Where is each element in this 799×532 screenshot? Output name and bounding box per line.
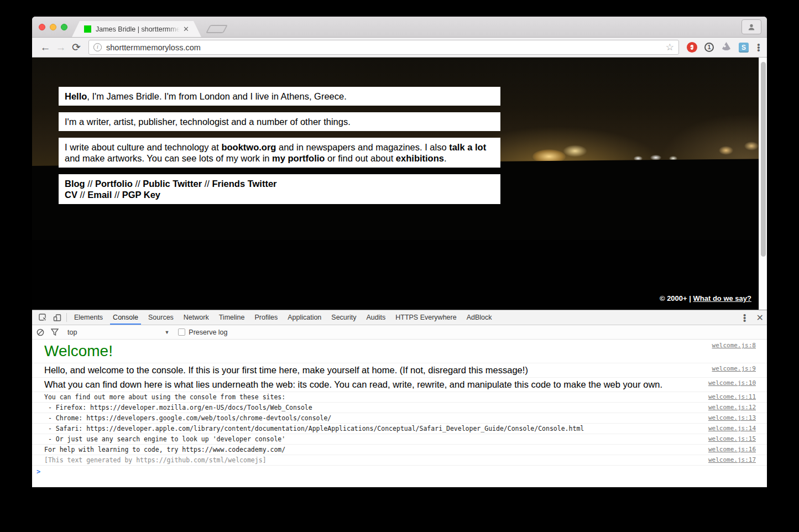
person-icon: [747, 23, 756, 32]
scrollbar-thumb[interactable]: [761, 62, 766, 257]
console-source-link[interactable]: welcome.js:10: [708, 379, 756, 387]
text-link[interactable]: Blog: [65, 179, 85, 189]
console-source-link[interactable]: welcome.js:14: [708, 425, 756, 432]
console-source-link[interactable]: welcome.js:11: [708, 393, 756, 400]
new-tab-button[interactable]: [206, 25, 228, 33]
text-link[interactable]: exhibitions: [396, 153, 444, 163]
copyright-text: © 2000+ |: [660, 294, 693, 302]
console-prompt[interactable]: >: [32, 466, 767, 478]
text-span: or find out about: [325, 153, 395, 163]
profile-button[interactable]: [741, 19, 761, 34]
devtools-tab-elements[interactable]: Elements: [69, 310, 108, 325]
blue-s-extension-icon[interactable]: S: [739, 43, 749, 53]
text-span: //: [77, 190, 87, 200]
text-span: , I'm James Bridle. I'm from London and …: [87, 91, 346, 101]
text-span: I write about culture and technology at: [65, 142, 221, 152]
photo-lamp: [744, 142, 759, 150]
extension-area: 1 S •••: [687, 41, 761, 54]
text-link[interactable]: Email: [87, 190, 112, 200]
close-window-button[interactable]: [39, 24, 45, 30]
console-message-text: - Or just use any search engine to look …: [44, 435, 285, 443]
devtools-tab-adblock[interactable]: AdBlock: [462, 310, 497, 325]
browser-toolbar: ← → ⟳ i shorttermmemoryloss.com ☆ 1 S ••…: [32, 38, 767, 58]
console-message-row: - Chrome: https://developers.google.com/…: [32, 413, 767, 424]
devtools-tab-security[interactable]: Security: [326, 310, 361, 325]
browser-tab[interactable]: James Bridle | shorttermmemo ✕: [72, 21, 201, 37]
text-link[interactable]: Portfolio: [95, 179, 133, 189]
console-source-link[interactable]: welcome.js:17: [708, 456, 756, 463]
filter-icon[interactable]: [51, 328, 59, 336]
reload-button[interactable]: ⟳: [69, 41, 84, 54]
adblock-extension-icon[interactable]: [687, 42, 697, 53]
text-link[interactable]: booktwo.org: [221, 142, 276, 152]
console-source-link[interactable]: welcome.js:9: [712, 365, 756, 372]
page-viewport: Hello, I'm James Bridle. I'm from London…: [32, 58, 767, 310]
url-text[interactable]: shorttermmemoryloss.com: [106, 43, 666, 52]
minimize-window-button[interactable]: [50, 24, 56, 30]
text-link[interactable]: talk a lot: [449, 142, 486, 152]
what-do-we-say-link[interactable]: What do we say?: [693, 294, 751, 302]
clear-console-icon[interactable]: [36, 328, 44, 336]
console-source-link[interactable]: welcome.js:13: [708, 414, 756, 421]
devtools-close-icon[interactable]: ✕: [756, 312, 764, 323]
browser-menu-button[interactable]: •••: [756, 43, 761, 51]
intro-box-work: I write about culture and technology at …: [59, 138, 500, 168]
intro-box-writer: I'm a writer, artist, publisher, technol…: [59, 112, 500, 131]
device-toolbar-icon[interactable]: [50, 310, 64, 325]
avast-extension-icon[interactable]: [721, 41, 732, 54]
avast-shape-icon: [721, 41, 732, 51]
console-output: Welcome!welcome.js:8Hello, and welcome t…: [32, 340, 767, 466]
devtools-tabbar: ElementsConsoleSourcesNetworkTimelinePro…: [32, 310, 767, 325]
console-message-text: - Firefox: https://developer.mozilla.org…: [44, 404, 312, 411]
console-message-row: For help with learning to code, try http…: [32, 445, 767, 455]
console-toolbar: top ▼ Preserve log: [32, 325, 767, 340]
console-message-text: - Chrome: https://developers.google.com/…: [44, 414, 331, 422]
page-info-icon[interactable]: i: [93, 43, 102, 51]
intro-box-hello: Hello, I'm James Bridle. I'm from London…: [59, 87, 500, 106]
devtools-tab-profiles[interactable]: Profiles: [249, 310, 283, 325]
console-source-link[interactable]: welcome.js:8: [712, 342, 756, 349]
text-span: Hello: [65, 91, 87, 101]
console-message-text: - Safari: https://developer.apple.com/li…: [44, 425, 584, 432]
execution-context-selector[interactable]: top: [67, 328, 77, 336]
devtools-tabbar-right: ••• ✕: [742, 310, 764, 325]
inspect-element-icon[interactable]: [35, 310, 50, 325]
tab-title: James Bridle | shorttermmemo: [96, 25, 180, 33]
console-message-row: You can find out more about using the co…: [32, 392, 767, 403]
devtools-tab-https-everywhere[interactable]: HTTPS Everywhere: [390, 310, 461, 325]
devtools-tab-timeline[interactable]: Timeline: [214, 310, 250, 325]
text-link[interactable]: CV: [65, 190, 77, 200]
circle-one-extension-icon[interactable]: 1: [704, 43, 714, 52]
devtools-tab-network[interactable]: Network: [179, 310, 214, 325]
devtools-panel: ElementsConsoleSourcesNetworkTimelinePro…: [32, 310, 767, 487]
text-link[interactable]: Public Twitter: [143, 179, 202, 189]
devtools-tab-application[interactable]: Application: [283, 310, 326, 325]
text-span: //: [133, 179, 143, 189]
console-message-text: Welcome!: [44, 342, 113, 361]
devtools-tab-sources[interactable]: Sources: [143, 310, 179, 325]
devtools-tab-console[interactable]: Console: [108, 310, 143, 325]
text-span: //: [202, 179, 212, 189]
devtools-menu-button[interactable]: •••: [742, 314, 748, 322]
browser-window: James Bridle | shorttermmemo ✕ ← → ⟳ i s…: [32, 17, 767, 487]
preserve-log-checkbox[interactable]: [178, 328, 185, 336]
text-link[interactable]: Friends Twitter: [212, 179, 276, 189]
window-titlebar: James Bridle | shorttermmemo ✕: [32, 17, 767, 38]
photo-lamp: [719, 146, 733, 155]
divider: [66, 313, 67, 322]
devtools-tab-audits[interactable]: Audits: [361, 310, 390, 325]
console-source-link[interactable]: welcome.js:15: [708, 435, 756, 442]
text-link[interactable]: PGP Key: [122, 190, 160, 200]
text-span: I'm a writer, artist, publisher, technol…: [65, 117, 351, 127]
console-source-link[interactable]: welcome.js:16: [708, 446, 756, 453]
tab-close-icon[interactable]: ✕: [183, 25, 189, 33]
text-link[interactable]: my portfolio: [272, 153, 325, 163]
zoom-window-button[interactable]: [61, 24, 67, 30]
console-source-link[interactable]: welcome.js:12: [708, 404, 756, 411]
context-dropdown-caret-icon[interactable]: ▼: [164, 330, 169, 335]
page-scrollbar[interactable]: [759, 58, 767, 310]
text-span: and in newspapers and magazines. I also: [276, 142, 449, 152]
back-button[interactable]: ←: [38, 41, 53, 54]
address-bar[interactable]: i shorttermmemoryloss.com ☆: [88, 40, 679, 55]
bookmark-star-icon[interactable]: ☆: [666, 41, 674, 53]
